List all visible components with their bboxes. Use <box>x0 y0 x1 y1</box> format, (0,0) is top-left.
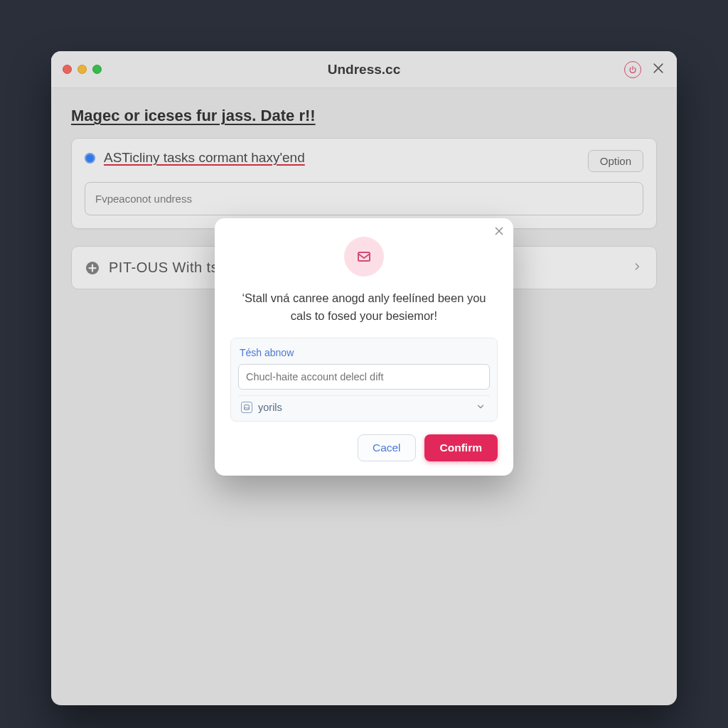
app-window: Undress.cc Magec or iceses fur jass. Dat… <box>51 51 677 705</box>
modal-select-label: yorils <box>258 402 282 413</box>
modal-message: ‘Stall vná canree anogd anly feelíned be… <box>230 289 498 338</box>
modal-icon-wrap <box>230 237 498 277</box>
mail-warning-icon <box>344 237 384 277</box>
chevron-down-icon <box>476 402 486 414</box>
cancel-button[interactable]: Cacel <box>358 434 416 461</box>
modal-close-icon[interactable] <box>493 225 505 240</box>
modal-select[interactable]: yorils <box>238 395 490 421</box>
modal-form-label: Tésh abnow <box>238 346 490 364</box>
confirm-modal: ‘Stall vná canree anogd anly feelíned be… <box>215 218 513 476</box>
svg-rect-0 <box>358 252 370 261</box>
image-icon <box>241 402 252 413</box>
modal-actions: Cacel Confirm <box>230 434 498 461</box>
svg-rect-1 <box>245 405 250 410</box>
modal-form: Tésh abnow yorils <box>230 338 498 422</box>
confirm-button[interactable]: Confirm <box>424 434 498 461</box>
modal-account-input[interactable] <box>238 364 490 390</box>
